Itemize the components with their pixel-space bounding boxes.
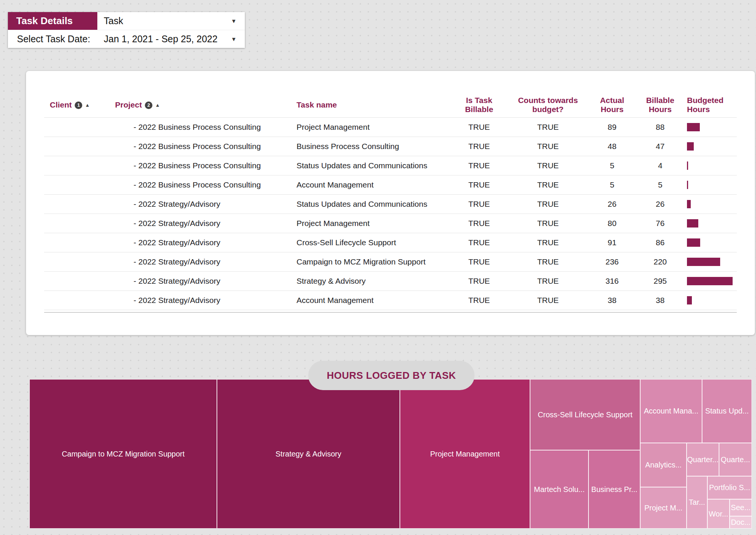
cell-project: - 2022 Business Process Consulting <box>115 175 297 195</box>
cell-actual-hours: 80 <box>583 214 641 233</box>
column-header-budgeted-hours[interactable]: Budgeted Hours <box>679 92 737 118</box>
treemap-cell[interactable]: Analytics... <box>640 443 687 487</box>
treemap-cell-label: Quarter... <box>687 455 718 464</box>
treemap-title: HOURS LOGGED BY TASK <box>308 361 475 390</box>
column-label: Budgeted Hours <box>687 96 731 114</box>
treemap-cell[interactable]: Account Mana... <box>640 379 702 443</box>
cell-task-name: Cross-Sell Lifecycle Support <box>297 233 445 252</box>
treemap-cell[interactable]: Project Management <box>400 379 530 529</box>
cell-budgeted-hours <box>679 137 737 156</box>
cell-client <box>44 175 115 195</box>
treemap-cell[interactable]: Campaign to MCZ Migration Support <box>29 379 217 529</box>
treemap-cell[interactable]: Doc... <box>730 516 752 529</box>
cell-project: - 2022 Strategy/Advisory <box>115 252 297 272</box>
cell-budgeted-hours <box>679 195 737 214</box>
treemap-cell-label: Project Management <box>430 450 500 458</box>
treemap-cell[interactable]: Quarter... <box>687 443 719 476</box>
cell-budgeted-hours <box>679 291 737 310</box>
treemap-cell[interactable]: Cross-Sell Lifecycle Support <box>530 379 640 450</box>
treemap-cell-label: Quarte... <box>721 455 750 464</box>
caret-down-icon: ▼ <box>231 36 237 42</box>
cell-task-name: Account Management <box>297 175 445 195</box>
table-row: - 2022 Business Process ConsultingProjec… <box>44 118 737 137</box>
budgeted-hours-bar <box>687 219 698 228</box>
budgeted-hours-bar <box>687 142 694 151</box>
cell-actual-hours: 89 <box>583 118 641 137</box>
filter-panel: Task Details Task ▼ Select Task Date: Ja… <box>8 12 245 48</box>
cell-client <box>44 156 115 175</box>
treemap-cell[interactable]: Status Upd... <box>702 379 752 443</box>
cell-project: - 2022 Strategy/Advisory <box>115 195 297 214</box>
date-range-value: Jan 1, 2021 - Sep 25, 2022 <box>104 34 218 45</box>
date-filter-label: Select Task Date: <box>8 30 97 48</box>
cell-task-name: Status Updates and Communications <box>297 195 445 214</box>
date-range-dropdown[interactable]: Jan 1, 2021 - Sep 25, 2022 ▼ <box>97 30 245 48</box>
cell-budgeted-hours <box>679 118 737 137</box>
cell-budgeted-hours <box>679 233 737 252</box>
cell-actual-hours: 236 <box>583 252 641 272</box>
column-header-task-name[interactable]: Task name <box>297 92 445 118</box>
task-table-body: - 2022 Business Process ConsultingProjec… <box>44 118 737 310</box>
cell-budgeted-hours <box>679 214 737 233</box>
cell-counts-towards-budget: TRUE <box>513 291 583 310</box>
cell-billable-hours: 86 <box>641 233 679 252</box>
cell-task-name: Business Process Consulting <box>297 137 445 156</box>
treemap: Campaign to MCZ Migration SupportStrateg… <box>29 379 752 529</box>
treemap-cell-label: Strategy & Advisory <box>275 450 341 458</box>
treemap-cell[interactable]: Portfolio S... <box>707 476 752 499</box>
column-label: Counts towards budget? <box>516 96 581 114</box>
cell-counts-towards-budget: TRUE <box>513 195 583 214</box>
cell-counts-towards-budget: TRUE <box>513 175 583 195</box>
budgeted-hours-bar <box>687 200 691 208</box>
treemap-cell-label: Martech Solu... <box>534 485 585 494</box>
filter-panel-title: Task Details <box>8 12 97 30</box>
table-row: - 2022 Business Process ConsultingAccoun… <box>44 175 737 195</box>
treemap-cell-label: Portfolio S... <box>709 483 750 492</box>
task-type-dropdown[interactable]: Task ▼ <box>97 12 245 30</box>
cell-billable-hours: 88 <box>641 118 679 137</box>
treemap-cell[interactable]: Business Pr... <box>589 450 640 529</box>
cell-task-name: Project Management <box>297 214 445 233</box>
cell-counts-towards-budget: TRUE <box>513 118 583 137</box>
cell-actual-hours: 5 <box>583 175 641 195</box>
column-header-counts-towards-budget[interactable]: Counts towards budget? <box>513 92 583 118</box>
treemap-cell[interactable]: Wor... <box>707 499 730 529</box>
task-table: Client1▲ Project2▲ Task name Is Task Bil… <box>44 92 737 310</box>
treemap-cell[interactable]: Quarte... <box>719 443 752 476</box>
task-table-card: Client1▲ Project2▲ Task name Is Task Bil… <box>26 71 755 335</box>
treemap-cell-label: Campaign to MCZ Migration Support <box>62 450 185 458</box>
cell-is-task-billable: TRUE <box>445 252 513 272</box>
budgeted-hours-bar <box>687 277 733 285</box>
column-header-billable-hours[interactable]: Billable Hours <box>641 92 679 118</box>
cell-actual-hours: 316 <box>583 272 641 291</box>
cell-billable-hours: 47 <box>641 137 679 156</box>
cell-billable-hours: 38 <box>641 291 679 310</box>
treemap-cell[interactable]: Project M... <box>640 487 687 529</box>
treemap-cell-label: Project M... <box>644 504 682 512</box>
cell-client <box>44 233 115 252</box>
column-header-actual-hours[interactable]: Actual Hours <box>583 92 641 118</box>
column-label: Project <box>115 100 142 109</box>
cell-client <box>44 272 115 291</box>
column-label: Client <box>50 100 72 109</box>
treemap-cell[interactable]: Strategy & Advisory <box>217 379 400 529</box>
sort-asc-icon: ▲ <box>85 102 90 108</box>
treemap-cell[interactable]: Tar... <box>687 476 707 529</box>
cell-budgeted-hours <box>679 272 737 291</box>
cell-client <box>44 214 115 233</box>
table-row: - 2022 Business Process ConsultingStatus… <box>44 156 737 175</box>
treemap-cell-label: Analytics... <box>645 461 682 469</box>
dashboard-canvas: { "colors": { "accent": "#8B1C50", "page… <box>0 0 756 535</box>
treemap-cell[interactable]: Martech Solu... <box>530 450 589 529</box>
cell-counts-towards-budget: TRUE <box>513 214 583 233</box>
table-row: - 2022 Strategy/AdvisoryCampaign to MCZ … <box>44 252 737 272</box>
column-header-is-task-billable[interactable]: Is Task Billable <box>445 92 513 118</box>
cell-is-task-billable: TRUE <box>445 233 513 252</box>
column-header-project[interactable]: Project2▲ <box>115 92 297 118</box>
task-type-value: Task <box>104 15 123 26</box>
column-header-client[interactable]: Client1▲ <box>44 92 115 118</box>
cell-budgeted-hours <box>679 252 737 272</box>
cell-counts-towards-budget: TRUE <box>513 233 583 252</box>
cell-billable-hours: 5 <box>641 175 679 195</box>
treemap-cell[interactable]: See... <box>730 499 752 516</box>
